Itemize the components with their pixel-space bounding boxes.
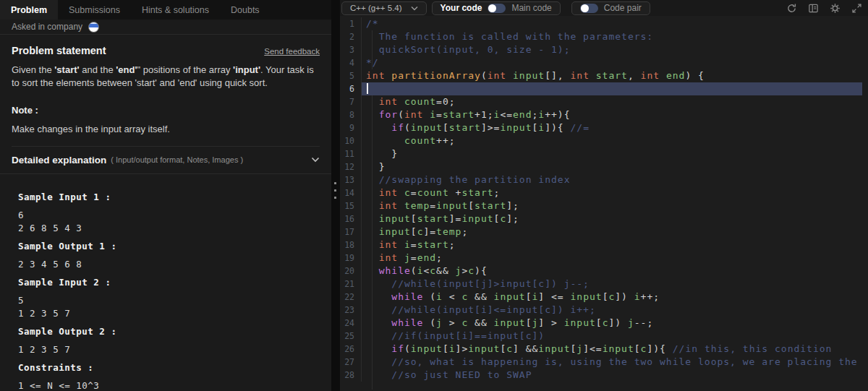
- code-line-8[interactable]: 8 for(int i=start+1;i<=end;i++){: [340, 108, 868, 121]
- line-content[interactable]: /*: [362, 17, 862, 30]
- line-number: 9: [340, 121, 362, 134]
- code-line-6[interactable]: 6: [340, 82, 868, 95]
- code-line-21[interactable]: 21 //while(input[j]>input[c]) j--;: [340, 278, 868, 291]
- line-content[interactable]: count++;: [362, 134, 862, 147]
- problem-statement-text: Given the 'start' and the 'end'" positio…: [12, 64, 320, 90]
- code-line-27[interactable]: 27 //so, what is happening is, using the…: [340, 356, 868, 369]
- code-line-5[interactable]: 5int partitionArray(int input[], int sta…: [340, 69, 868, 82]
- line-number: 13: [340, 173, 362, 186]
- line-content[interactable]: while (j > c && input[j] > input[c]) j--…: [362, 317, 862, 330]
- line-content[interactable]: int count=0;: [362, 95, 862, 108]
- code-line-16[interactable]: 16 input[start]=input[c];: [340, 212, 868, 225]
- line-content[interactable]: if(input[start]>=input[i]){ //=: [362, 121, 862, 134]
- line-number: 26: [340, 343, 362, 356]
- line-content[interactable]: while (i < c && input[i] <= input[c]) i+…: [362, 291, 862, 304]
- code-line-2[interactable]: 2 The function is called with the parame…: [340, 30, 868, 43]
- line-content[interactable]: //while(input[j]>input[c]) j--;: [362, 278, 862, 291]
- code-line-22[interactable]: 22 while (i < c && input[i] <= input[c])…: [340, 291, 868, 304]
- line-content[interactable]: quickSort(input, 0, size - 1);: [362, 43, 862, 56]
- line-content[interactable]: if(input[i]>input[c] &&input[j]<=input[c…: [362, 343, 862, 356]
- sample-value: 2 6 8 5 4 3: [18, 222, 324, 235]
- code-line-15[interactable]: 15 int temp=input[start];: [340, 199, 868, 212]
- code-line-7[interactable]: 7 int count=0;: [340, 95, 868, 108]
- line-content[interactable]: int temp=input[start];: [362, 199, 862, 212]
- code-line-3[interactable]: 3 quickSort(input, 0, size - 1);: [340, 43, 868, 56]
- sample-heading: Sample Output 2 :: [18, 325, 324, 338]
- code-line-12[interactable]: 12 }: [340, 160, 868, 173]
- code-line-1[interactable]: 1/*: [340, 17, 868, 30]
- line-content[interactable]: int i=start;: [362, 239, 862, 252]
- line-content[interactable]: int c=count +start;: [362, 186, 862, 199]
- line-number: 25: [340, 330, 362, 343]
- layout-icon[interactable]: [808, 3, 819, 14]
- line-content[interactable]: //swapping the partition index: [362, 173, 862, 186]
- line-content[interactable]: [362, 82, 862, 95]
- code-line-19[interactable]: 19 int j=end;: [340, 252, 868, 265]
- line-number: 20: [340, 265, 362, 278]
- code-line-24[interactable]: 24 while (j > c && input[j] > input[c]) …: [340, 317, 868, 330]
- reset-icon[interactable]: [786, 3, 797, 14]
- line-content[interactable]: //while(input[i]<=input[c]) i++;: [362, 304, 862, 317]
- language-label: C++ (g++ 5.4): [350, 4, 402, 12]
- code-line-20[interactable]: 20 while(i<c&& j>c){: [340, 265, 868, 278]
- tab-problem[interactable]: Problem: [0, 0, 58, 20]
- line-content[interactable]: */: [362, 56, 862, 69]
- code-line-18[interactable]: 18 int i=start;: [340, 239, 868, 252]
- tab-hints-solutions[interactable]: Hints & solutions: [131, 0, 220, 20]
- line-content[interactable]: }: [362, 160, 862, 173]
- editor-toolbar-icons: [786, 3, 862, 14]
- detailed-explanation-subtext: ( Input/output format, Notes, Images ): [111, 155, 243, 164]
- chevron-down-icon[interactable]: [311, 157, 320, 163]
- sample-value: 1 2 3 5 7: [18, 307, 324, 320]
- settings-gear-icon[interactable]: [830, 3, 841, 14]
- code-line-14[interactable]: 14 int c=count +start;: [340, 186, 868, 199]
- line-number: 22: [340, 291, 362, 304]
- line-content[interactable]: input[c]=temp;: [362, 225, 862, 239]
- detailed-explanation-toggle[interactable]: Detailed explanation ( Input/output form…: [0, 147, 331, 173]
- toggle-knob: [488, 4, 496, 12]
- line-content[interactable]: input[start]=input[c];: [362, 212, 862, 225]
- drag-handle-icon[interactable]: [334, 182, 336, 199]
- line-content[interactable]: The function is called with the paramete…: [362, 30, 862, 43]
- sample-value: 2 3 4 5 6 8: [18, 258, 324, 271]
- code-line-9[interactable]: 9 if(input[start]>=input[i]){ //=: [340, 121, 868, 134]
- fullscreen-icon[interactable]: [851, 3, 862, 14]
- code-line-11[interactable]: 11 }: [340, 147, 868, 160]
- line-content[interactable]: int partitionArray(int input[], int star…: [362, 69, 862, 82]
- line-number: 1: [340, 17, 362, 30]
- note-text: Make changes in the input array itself.: [12, 124, 320, 134]
- line-content[interactable]: for(int i=start+1;i<=end;i++){: [362, 108, 862, 121]
- code-line-17[interactable]: 17 input[c]=temp;: [340, 225, 868, 239]
- code-line-4[interactable]: 4*/: [340, 56, 868, 69]
- tab-submissions[interactable]: Submissions: [58, 0, 131, 20]
- language-select[interactable]: C++ (g++ 5.4): [341, 1, 427, 15]
- asked-in-company-label: Asked in company: [12, 22, 82, 32]
- code-line-10[interactable]: 10 count++;: [340, 134, 868, 147]
- panel-resizer[interactable]: [331, 0, 340, 391]
- line-number: 7: [340, 95, 362, 108]
- code-line-13[interactable]: 13 //swapping the partition index: [340, 173, 868, 186]
- line-content[interactable]: }: [362, 147, 862, 160]
- code-pair-toggle[interactable]: [580, 4, 598, 13]
- line-content[interactable]: //so just NEED to SWAP: [362, 369, 862, 382]
- tab-doubts[interactable]: Doubts: [220, 0, 271, 20]
- code-line-26[interactable]: 26 if(input[i]>input[c] &&input[j]<=inpu…: [340, 343, 868, 356]
- code-pair-pill: Code pair: [571, 1, 650, 15]
- line-content[interactable]: while(i<c&& j>c){: [362, 265, 862, 278]
- line-number: 11: [340, 147, 362, 160]
- line-number: 18: [340, 239, 362, 252]
- code-line-23[interactable]: 23 //while(input[i]<=input[c]) i++;: [340, 304, 868, 317]
- line-content[interactable]: //so, what is happening is, using the tw…: [362, 356, 862, 369]
- line-number: 10: [340, 134, 362, 147]
- line-content[interactable]: //if(input[i]==input[c]): [362, 330, 862, 343]
- send-feedback-link[interactable]: Send feedback: [264, 47, 320, 56]
- sample-heading: Constraints :: [18, 361, 324, 374]
- code-editor[interactable]: 1/*2 The function is called with the par…: [340, 16, 868, 391]
- line-content[interactable]: int j=end;: [362, 252, 862, 265]
- code-mode-pill: Your code Main code: [432, 1, 561, 15]
- line-number: 15: [340, 199, 362, 212]
- code-line-25[interactable]: 25 //if(input[i]==input[c]): [340, 330, 868, 343]
- code-line-28[interactable]: 28 //so just NEED to SWAP: [340, 369, 868, 382]
- line-number: 4: [340, 56, 362, 69]
- code-mode-toggle[interactable]: [488, 4, 506, 13]
